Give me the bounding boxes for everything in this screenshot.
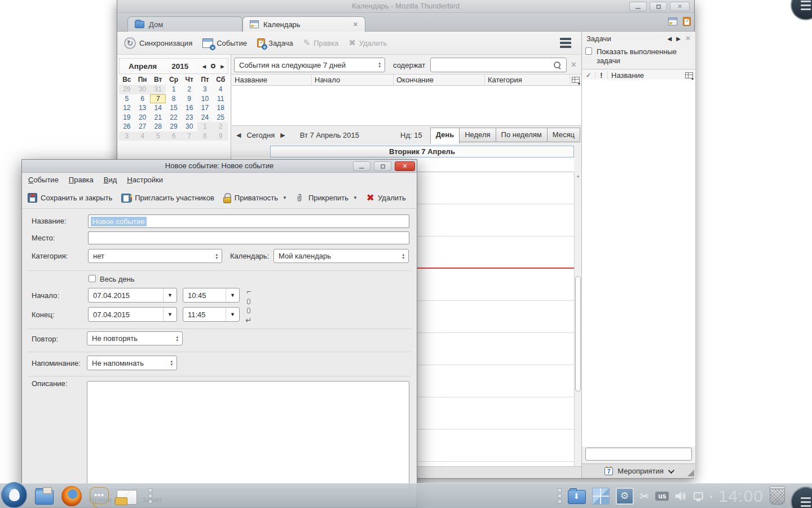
repeat-select[interactable]: Не повторять ▴▾ — [87, 331, 183, 345]
tasks-next-icon[interactable]: ▶ — [676, 36, 681, 42]
downloads-folder-icon[interactable] — [568, 490, 586, 504]
event-list-column-header[interactable]: Окончание — [394, 75, 485, 85]
save-close-button[interactable]: Сохранить и закрыть — [28, 193, 112, 203]
minical-day[interactable]: 12 — [119, 103, 135, 113]
dialog-maximize-button[interactable] — [374, 161, 391, 171]
minical-day[interactable]: 25 — [213, 113, 228, 122]
view-tab[interactable]: Неделя — [460, 128, 496, 142]
view-tab[interactable]: Месяц — [548, 128, 580, 142]
start-time-select[interactable]: 10:45 ▼ — [183, 288, 240, 303]
event-list-column-header[interactable]: Категория — [485, 75, 570, 85]
minical-today-button[interactable] — [211, 64, 215, 68]
scroll-up-icon[interactable]: ▴ — [575, 173, 581, 178]
desktop-pager-icon[interactable] — [592, 488, 610, 505]
end-time-select[interactable]: 11:45 ▼ — [183, 307, 240, 322]
minical-day[interactable]: 4 — [135, 132, 151, 141]
category-select[interactable]: нет ▴▾ — [88, 249, 222, 263]
dialog-menu-item[interactable]: Событие — [23, 173, 64, 187]
tasks-prev-icon[interactable]: ◀ — [668, 36, 672, 42]
search-icon[interactable] — [554, 62, 561, 69]
minical-day[interactable]: 31 — [150, 85, 166, 94]
search-input[interactable] — [431, 61, 554, 69]
minical-day[interactable]: 27 — [135, 122, 151, 132]
dialog-titlebar[interactable]: Новое событие: Новое событие ✕ — [22, 160, 417, 173]
keyboard-layout-indicator[interactable]: us — [655, 492, 669, 501]
volume-icon[interactable] — [675, 491, 687, 502]
minical-day[interactable]: 19 — [119, 113, 135, 122]
dropdown-arrow-icon[interactable]: ▼ — [353, 195, 358, 200]
events-bar[interactable]: 7 Мероприятия — [582, 463, 695, 478]
chevron-down-icon[interactable] — [668, 467, 674, 473]
tab-calendar[interactable]: Календарь ✕ — [242, 16, 365, 32]
minical-day[interactable]: 3 — [197, 85, 213, 94]
resize-grip[interactable] — [687, 470, 694, 476]
prev-day-button[interactable]: ◀ — [232, 132, 245, 139]
minical-day[interactable]: 29 — [119, 85, 135, 94]
day-view-scrollbar[interactable]: ▴ — [574, 172, 581, 466]
minical-day[interactable]: 30 — [135, 85, 151, 94]
minical-day[interactable]: 30 — [182, 122, 197, 132]
maximize-button[interactable] — [650, 2, 667, 11]
dialog-menu-item[interactable]: Правка — [64, 173, 99, 187]
tray-expand-icon[interactable]: ▴ — [709, 493, 712, 499]
column-picker-icon[interactable] — [685, 72, 693, 78]
minical-day[interactable]: 6 — [166, 132, 182, 141]
calendar-view-toggle-icon[interactable] — [668, 17, 677, 25]
clipboard-scissors-icon[interactable]: ✂ — [640, 489, 650, 503]
app-launcher-icon[interactable] — [1, 482, 27, 508]
next-day-button[interactable]: ▶ — [276, 132, 289, 139]
minical-day[interactable]: 22 — [166, 113, 182, 122]
dialog-menu-item[interactable]: Вид — [99, 173, 122, 187]
display-icon[interactable] — [694, 492, 703, 500]
dropdown-arrow-icon[interactable]: ▼ — [226, 288, 239, 302]
attach-button[interactable]: Прикрепить ▼ — [296, 193, 358, 203]
view-tab[interactable]: День — [430, 128, 460, 144]
location-input[interactable] — [88, 231, 409, 244]
search-box[interactable] — [430, 58, 567, 72]
minical-day[interactable]: 8 — [166, 94, 182, 104]
minical-day[interactable]: 10 — [197, 94, 213, 104]
reminder-select[interactable]: Не напоминать ▴▾ — [87, 356, 177, 370]
minical-day[interactable]: 18 — [213, 103, 228, 113]
minical-day[interactable]: 14 — [150, 103, 166, 113]
privacy-button[interactable]: Приватность ▼ — [223, 192, 287, 203]
minical-day[interactable]: 5 — [119, 94, 135, 104]
minical-day[interactable]: 1 — [166, 85, 182, 94]
minical-prev-button[interactable]: ◂ — [202, 62, 206, 71]
minical-day[interactable]: 20 — [135, 113, 151, 122]
dialog-delete-button[interactable]: ✖ Удалить — [367, 192, 406, 204]
minical-day[interactable]: 2 — [213, 122, 228, 132]
today-button[interactable]: Сегодня — [245, 131, 276, 139]
delete-button[interactable]: ✖ Удалить — [348, 38, 387, 48]
window-titlebar[interactable]: Календарь - Mozilla Thunderbird ✕ — [117, 0, 694, 13]
sync-button[interactable]: ↻ Синхронизация — [124, 37, 192, 49]
new-task-button[interactable]: + Задача — [257, 38, 293, 47]
minical-day[interactable]: 2 — [182, 85, 197, 94]
tasks-close-icon[interactable]: ✕ — [685, 34, 691, 42]
dialog-menu-item[interactable]: Настройки — [122, 173, 168, 187]
minical-day[interactable]: 26 — [119, 122, 135, 132]
minical-day[interactable]: 11 — [213, 94, 228, 104]
minical-day[interactable]: 21 — [150, 113, 166, 122]
minical-day[interactable]: 13 — [135, 103, 151, 113]
mail-icon[interactable] — [117, 490, 137, 505]
dropdown-arrow-icon[interactable]: ▼ — [163, 308, 176, 321]
description-textarea[interactable] — [87, 381, 409, 489]
calendar-select[interactable]: Мой календарь ▴▾ — [273, 249, 409, 263]
priority-column-label[interactable]: ! — [595, 71, 608, 80]
spinner-icon[interactable]: ▴▾ — [166, 360, 176, 366]
minical-day[interactable]: 28 — [150, 122, 166, 132]
event-list[interactable] — [232, 86, 581, 126]
allday-checkbox[interactable] — [89, 275, 96, 282]
file-manager-icon[interactable] — [35, 490, 54, 505]
workspace-pager[interactable] — [558, 488, 562, 503]
workspace-pager[interactable] — [148, 488, 152, 503]
minical-day[interactable]: 16 — [182, 103, 197, 113]
minical-day[interactable]: 9 — [182, 94, 197, 104]
invite-attendees-button[interactable]: Пригласить участников — [121, 194, 214, 203]
edit-button[interactable]: ✎ Правка — [303, 38, 339, 48]
desktop-corner-menu-button[interactable] — [791, 0, 812, 20]
firefox-icon[interactable] — [61, 486, 82, 506]
minical-next-button[interactable]: ▸ — [220, 62, 224, 71]
spinner-icon[interactable]: ▴▾ — [211, 253, 222, 260]
